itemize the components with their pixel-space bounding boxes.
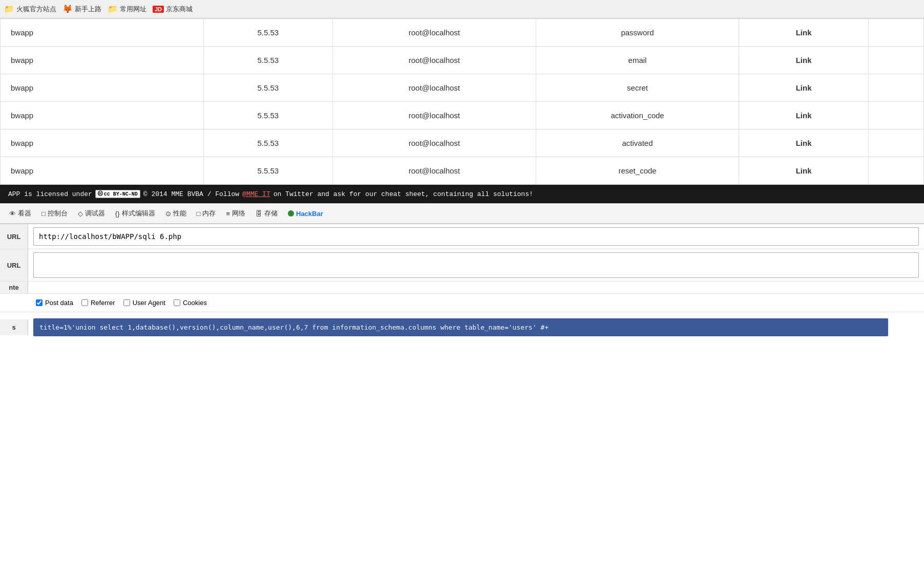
console-icon: □ bbox=[41, 210, 46, 218]
cell-link[interactable]: Link bbox=[739, 129, 868, 157]
cell-db: bwapp bbox=[1, 74, 204, 102]
execute-row: nte bbox=[0, 282, 924, 294]
devtools-network[interactable]: ≡ 网络 bbox=[222, 207, 249, 220]
sql-input[interactable] bbox=[33, 318, 888, 336]
cell-empty bbox=[868, 74, 923, 102]
cell-version: 5.5.53 bbox=[203, 47, 332, 74]
firefox-icon: 🦊 bbox=[62, 4, 73, 14]
execute-label: nte bbox=[0, 282, 28, 293]
cell-user: root@localhost bbox=[333, 47, 536, 74]
devtools-inspector[interactable]: 👁 看器 bbox=[5, 207, 35, 220]
toolbar-item-firefox[interactable]: 📁 火狐官方站点 bbox=[4, 4, 56, 14]
cell-empty bbox=[868, 157, 923, 185]
devtools-style-editor[interactable]: {} 样式编辑器 bbox=[111, 207, 159, 220]
cell-link[interactable]: Link bbox=[739, 102, 868, 129]
devtools-hackbar[interactable]: HackBar bbox=[284, 208, 327, 220]
toolbar-label: 常用网址 bbox=[120, 5, 146, 14]
checkbox-row: Post data Referrer User Agent Cookies bbox=[0, 294, 924, 312]
cookies-checkbox[interactable] bbox=[174, 299, 180, 306]
cell-db: bwapp bbox=[1, 129, 204, 157]
jd-badge: JD bbox=[153, 6, 164, 13]
cell-column: secret bbox=[536, 74, 739, 102]
toolbar-label: 京东商城 bbox=[166, 5, 193, 14]
postdata-label: Post data bbox=[45, 299, 73, 307]
cell-version: 5.5.53 bbox=[203, 74, 332, 102]
cell-user: root@localhost bbox=[333, 19, 536, 47]
toolbar-item-jd[interactable]: JD 京东商城 bbox=[153, 5, 193, 14]
cell-user: root@localhost bbox=[333, 102, 536, 129]
license-text-before: APP is licensed under bbox=[8, 190, 92, 198]
twitter-link[interactable]: @MME_IT bbox=[242, 190, 270, 198]
style-icon: {} bbox=[115, 210, 120, 218]
cell-link[interactable]: Link bbox=[739, 19, 868, 47]
cell-column: activation_code bbox=[536, 102, 739, 129]
cell-link[interactable]: Link bbox=[739, 157, 868, 185]
folder-icon-2: 📁 bbox=[108, 4, 118, 14]
checkbox-referrer[interactable]: Referrer bbox=[81, 299, 115, 307]
devtools-console[interactable]: □ 控制台 bbox=[37, 207, 72, 220]
cell-column: activated bbox=[536, 129, 739, 157]
url-section-1: URL bbox=[0, 224, 924, 249]
cookies-label: Cookies bbox=[183, 299, 207, 307]
devtools-memory[interactable]: □ 内存 bbox=[193, 207, 220, 220]
cell-link[interactable]: Link bbox=[739, 47, 868, 74]
cell-db: bwapp bbox=[1, 157, 204, 185]
url-section-2: URL bbox=[0, 249, 924, 282]
debugger-icon: ◇ bbox=[78, 210, 83, 218]
useragent-checkbox[interactable] bbox=[123, 299, 130, 306]
hackbar-dot-icon bbox=[288, 210, 294, 216]
cell-column: email bbox=[536, 47, 739, 74]
checkbox-postdata[interactable]: Post data bbox=[36, 299, 73, 307]
postdata-checkbox[interactable] bbox=[36, 299, 43, 306]
url-label-2: URL bbox=[0, 249, 28, 281]
cc-icon: 🅭 bbox=[98, 191, 103, 197]
cell-version: 5.5.53 bbox=[203, 129, 332, 157]
cell-version: 5.5.53 bbox=[203, 19, 332, 47]
storage-icon: 🗄 bbox=[256, 210, 262, 218]
cc-badge: 🅭 cc BY-NC-ND bbox=[95, 190, 140, 198]
network-icon: ≡ bbox=[226, 210, 230, 218]
cell-link[interactable]: Link bbox=[739, 74, 868, 102]
url-right-1 bbox=[28, 224, 924, 249]
execute-space bbox=[28, 282, 924, 293]
sql-side-label: s bbox=[0, 319, 28, 335]
table-row: bwapp 5.5.53 root@localhost activated Li… bbox=[1, 129, 924, 157]
cell-user: root@localhost bbox=[333, 129, 536, 157]
checkbox-useragent[interactable]: User Agent bbox=[123, 299, 165, 307]
url-input-2[interactable] bbox=[33, 252, 919, 278]
toolbar-item-common[interactable]: 📁 常用网址 bbox=[108, 4, 146, 14]
devtools-storage[interactable]: 🗄 存储 bbox=[251, 207, 282, 220]
license-bar: APP is licensed under 🅭 cc BY-NC-ND © 20… bbox=[0, 185, 924, 203]
table-row: bwapp 5.5.53 root@localhost reset_code L… bbox=[1, 157, 924, 185]
perf-icon: ⊙ bbox=[165, 210, 171, 218]
cell-user: root@localhost bbox=[333, 74, 536, 102]
cell-db: bwapp bbox=[1, 19, 204, 47]
cc-label: cc BY-NC-ND bbox=[104, 191, 138, 197]
cell-version: 5.5.53 bbox=[203, 157, 332, 185]
table-row: bwapp 5.5.53 root@localhost secret Link bbox=[1, 74, 924, 102]
memory-icon: □ bbox=[197, 210, 201, 218]
devtools-debugger[interactable]: ◇ 调试器 bbox=[74, 207, 109, 220]
sql-row: s bbox=[0, 312, 924, 344]
url-right-2 bbox=[28, 249, 924, 281]
cell-column: password bbox=[536, 19, 739, 47]
referrer-checkbox[interactable] bbox=[81, 299, 88, 306]
cell-user: root@localhost bbox=[333, 157, 536, 185]
checkbox-cookies[interactable]: Cookies bbox=[174, 299, 207, 307]
folder-icon: 📁 bbox=[4, 4, 14, 14]
toolbar-label: 新手上路 bbox=[75, 5, 101, 14]
toolbar-label: 火狐官方站点 bbox=[16, 5, 56, 14]
cell-column: reset_code bbox=[536, 157, 739, 185]
devtools-performance[interactable]: ⊙ 性能 bbox=[161, 207, 191, 220]
toolbar-item-newuser[interactable]: 🦊 新手上路 bbox=[62, 4, 101, 14]
cell-empty bbox=[868, 47, 923, 74]
cell-db: bwapp bbox=[1, 47, 204, 74]
url-input-1[interactable] bbox=[33, 227, 919, 246]
data-table: bwapp 5.5.53 root@localhost password Lin… bbox=[0, 18, 924, 185]
eye-icon: 👁 bbox=[9, 210, 16, 218]
cell-empty bbox=[868, 129, 923, 157]
table-row: bwapp 5.5.53 root@localhost password Lin… bbox=[1, 19, 924, 47]
table-row: bwapp 5.5.53 root@localhost email Link bbox=[1, 47, 924, 74]
referrer-label: Referrer bbox=[91, 299, 115, 307]
cell-empty bbox=[868, 102, 923, 129]
